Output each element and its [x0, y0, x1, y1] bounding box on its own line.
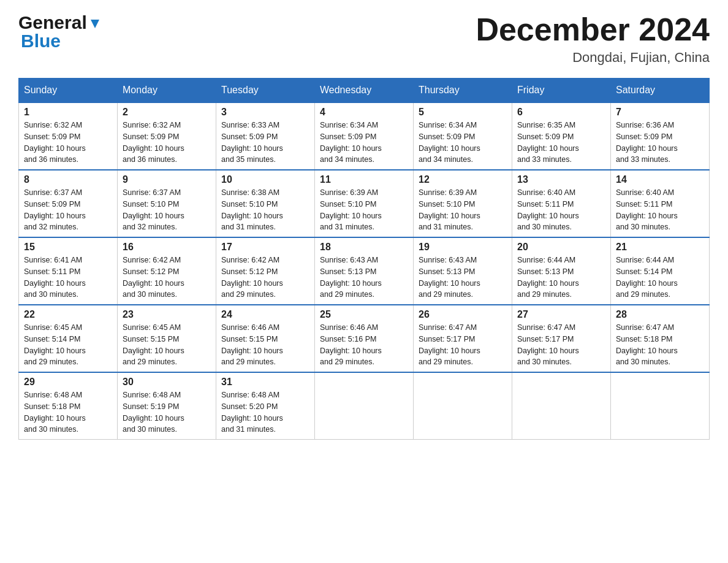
day-of-week-header: Friday [512, 79, 611, 103]
day-info: Sunrise: 6:38 AM Sunset: 5:10 PM Dayligh… [221, 187, 309, 233]
calendar-week-row: 15Sunrise: 6:41 AM Sunset: 5:11 PM Dayli… [19, 237, 710, 305]
logo-blue-text: Blue [21, 31, 61, 51]
day-info: Sunrise: 6:40 AM Sunset: 5:11 PM Dayligh… [616, 187, 704, 233]
day-info: Sunrise: 6:43 AM Sunset: 5:13 PM Dayligh… [419, 255, 507, 301]
calendar-cell: 11Sunrise: 6:39 AM Sunset: 5:10 PM Dayli… [315, 170, 414, 237]
day-number: 14 [616, 174, 704, 185]
day-number: 9 [123, 174, 211, 185]
day-number: 24 [221, 309, 309, 320]
logo-general-text: General [18, 12, 87, 33]
calendar-cell: 27Sunrise: 6:47 AM Sunset: 5:17 PM Dayli… [512, 305, 611, 372]
calendar-cell: 24Sunrise: 6:46 AM Sunset: 5:15 PM Dayli… [216, 305, 315, 372]
calendar-cell: 1Sunrise: 6:32 AM Sunset: 5:09 PM Daylig… [19, 102, 118, 170]
calendar-week-row: 1Sunrise: 6:32 AM Sunset: 5:09 PM Daylig… [19, 102, 710, 170]
day-info: Sunrise: 6:37 AM Sunset: 5:09 PM Dayligh… [24, 187, 112, 233]
calendar-cell [512, 372, 611, 440]
day-of-week-header: Monday [118, 79, 216, 103]
header-row: SundayMondayTuesdayWednesdayThursdayFrid… [19, 79, 710, 103]
day-number: 2 [123, 107, 211, 118]
day-info: Sunrise: 6:34 AM Sunset: 5:09 PM Dayligh… [320, 120, 408, 166]
day-number: 7 [616, 107, 704, 118]
day-number: 5 [419, 107, 507, 118]
calendar-cell: 13Sunrise: 6:40 AM Sunset: 5:11 PM Dayli… [512, 170, 611, 237]
day-of-week-header: Sunday [19, 79, 118, 103]
day-number: 16 [123, 242, 211, 253]
day-info: Sunrise: 6:39 AM Sunset: 5:10 PM Dayligh… [419, 187, 507, 233]
day-number: 20 [517, 242, 605, 253]
header: General Blue December 2024 Dongdai, Fuji… [18, 12, 710, 66]
day-number: 31 [221, 377, 309, 388]
day-info: Sunrise: 6:45 AM Sunset: 5:14 PM Dayligh… [24, 322, 112, 368]
day-number: 10 [221, 174, 309, 185]
calendar-cell: 12Sunrise: 6:39 AM Sunset: 5:10 PM Dayli… [414, 170, 512, 237]
day-info: Sunrise: 6:41 AM Sunset: 5:11 PM Dayligh… [24, 255, 112, 301]
day-info: Sunrise: 6:35 AM Sunset: 5:09 PM Dayligh… [517, 120, 605, 166]
logo-arrow-icon [88, 17, 102, 31]
calendar-cell [611, 372, 710, 440]
title-section: December 2024 Dongdai, Fujian, China [476, 12, 710, 66]
day-number: 29 [24, 377, 112, 388]
day-number: 23 [123, 309, 211, 320]
day-info: Sunrise: 6:47 AM Sunset: 5:17 PM Dayligh… [517, 322, 605, 368]
calendar-cell: 29Sunrise: 6:48 AM Sunset: 5:18 PM Dayli… [19, 372, 118, 440]
day-of-week-header: Thursday [414, 79, 512, 103]
day-number: 6 [517, 107, 605, 118]
day-of-week-header: Wednesday [315, 79, 414, 103]
day-number: 4 [320, 107, 408, 118]
day-of-week-header: Tuesday [216, 79, 315, 103]
location: Dongdai, Fujian, China [476, 50, 710, 66]
calendar-cell: 5Sunrise: 6:34 AM Sunset: 5:09 PM Daylig… [414, 102, 512, 170]
calendar-cell: 26Sunrise: 6:47 AM Sunset: 5:17 PM Dayli… [414, 305, 512, 372]
day-number: 30 [123, 377, 211, 388]
day-number: 21 [616, 242, 704, 253]
day-info: Sunrise: 6:32 AM Sunset: 5:09 PM Dayligh… [24, 120, 112, 166]
calendar-cell: 20Sunrise: 6:44 AM Sunset: 5:13 PM Dayli… [512, 237, 611, 305]
calendar-cell: 18Sunrise: 6:43 AM Sunset: 5:13 PM Dayli… [315, 237, 414, 305]
calendar-cell: 15Sunrise: 6:41 AM Sunset: 5:11 PM Dayli… [19, 237, 118, 305]
day-info: Sunrise: 6:42 AM Sunset: 5:12 PM Dayligh… [123, 255, 211, 301]
day-info: Sunrise: 6:36 AM Sunset: 5:09 PM Dayligh… [616, 120, 704, 166]
day-info: Sunrise: 6:46 AM Sunset: 5:16 PM Dayligh… [320, 322, 408, 368]
calendar-cell: 17Sunrise: 6:42 AM Sunset: 5:12 PM Dayli… [216, 237, 315, 305]
calendar-cell: 2Sunrise: 6:32 AM Sunset: 5:09 PM Daylig… [118, 102, 216, 170]
logo: General Blue [18, 12, 102, 52]
calendar-body: 1Sunrise: 6:32 AM Sunset: 5:09 PM Daylig… [19, 102, 710, 440]
day-info: Sunrise: 6:48 AM Sunset: 5:19 PM Dayligh… [123, 389, 211, 435]
day-info: Sunrise: 6:48 AM Sunset: 5:18 PM Dayligh… [24, 389, 112, 435]
day-number: 19 [419, 242, 507, 253]
calendar-week-row: 8Sunrise: 6:37 AM Sunset: 5:09 PM Daylig… [19, 170, 710, 237]
day-info: Sunrise: 6:47 AM Sunset: 5:17 PM Dayligh… [419, 322, 507, 368]
day-info: Sunrise: 6:37 AM Sunset: 5:10 PM Dayligh… [123, 187, 211, 233]
calendar-cell: 31Sunrise: 6:48 AM Sunset: 5:20 PM Dayli… [216, 372, 315, 440]
calendar-cell: 19Sunrise: 6:43 AM Sunset: 5:13 PM Dayli… [414, 237, 512, 305]
day-info: Sunrise: 6:43 AM Sunset: 5:13 PM Dayligh… [320, 255, 408, 301]
calendar-cell: 23Sunrise: 6:45 AM Sunset: 5:15 PM Dayli… [118, 305, 216, 372]
calendar-cell: 30Sunrise: 6:48 AM Sunset: 5:19 PM Dayli… [118, 372, 216, 440]
calendar-cell: 14Sunrise: 6:40 AM Sunset: 5:11 PM Dayli… [611, 170, 710, 237]
day-number: 17 [221, 242, 309, 253]
day-info: Sunrise: 6:39 AM Sunset: 5:10 PM Dayligh… [320, 187, 408, 233]
day-info: Sunrise: 6:32 AM Sunset: 5:09 PM Dayligh… [123, 120, 211, 166]
calendar-table: SundayMondayTuesdayWednesdayThursdayFrid… [18, 78, 710, 440]
day-number: 11 [320, 174, 408, 185]
day-number: 25 [320, 309, 408, 320]
day-number: 8 [24, 174, 112, 185]
day-number: 3 [221, 107, 309, 118]
day-number: 27 [517, 309, 605, 320]
calendar-cell: 8Sunrise: 6:37 AM Sunset: 5:09 PM Daylig… [19, 170, 118, 237]
day-number: 15 [24, 242, 112, 253]
calendar-cell: 3Sunrise: 6:33 AM Sunset: 5:09 PM Daylig… [216, 102, 315, 170]
calendar-header: SundayMondayTuesdayWednesdayThursdayFrid… [19, 79, 710, 103]
calendar-week-row: 22Sunrise: 6:45 AM Sunset: 5:14 PM Dayli… [19, 305, 710, 372]
day-info: Sunrise: 6:44 AM Sunset: 5:14 PM Dayligh… [616, 255, 704, 301]
day-info: Sunrise: 6:48 AM Sunset: 5:20 PM Dayligh… [221, 389, 309, 435]
calendar-cell: 22Sunrise: 6:45 AM Sunset: 5:14 PM Dayli… [19, 305, 118, 372]
day-number: 28 [616, 309, 704, 320]
day-info: Sunrise: 6:45 AM Sunset: 5:15 PM Dayligh… [123, 322, 211, 368]
day-info: Sunrise: 6:46 AM Sunset: 5:15 PM Dayligh… [221, 322, 309, 368]
day-number: 22 [24, 309, 112, 320]
day-info: Sunrise: 6:47 AM Sunset: 5:18 PM Dayligh… [616, 322, 704, 368]
calendar-cell: 6Sunrise: 6:35 AM Sunset: 5:09 PM Daylig… [512, 102, 611, 170]
day-number: 12 [419, 174, 507, 185]
calendar-cell: 16Sunrise: 6:42 AM Sunset: 5:12 PM Dayli… [118, 237, 216, 305]
